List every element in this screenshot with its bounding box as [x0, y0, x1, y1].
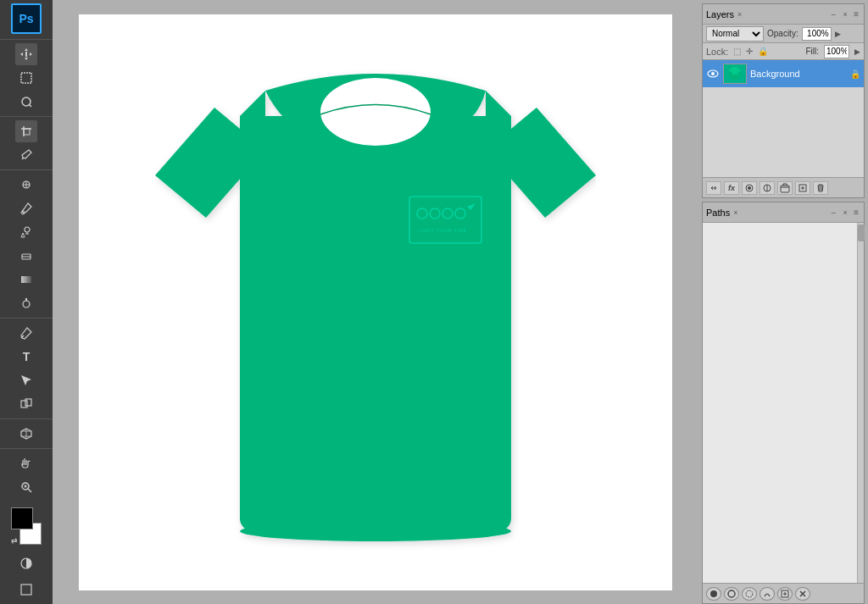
clone-stamp-tool[interactable]: [15, 221, 37, 243]
layer-mask-btn[interactable]: [742, 181, 757, 195]
layer-link-btn[interactable]: [706, 181, 721, 195]
tool-group-3d: [0, 418, 53, 448]
opacity-input[interactable]: [802, 27, 832, 41]
tool-group-healing: [0, 169, 53, 318]
pen-tool[interactable]: [15, 322, 37, 344]
layer-item-background[interactable]: Background 🔒: [703, 60, 864, 87]
paths-scrollbar[interactable]: [857, 223, 864, 583]
opacity-arrow[interactable]: ▶: [835, 30, 841, 38]
layer-fx-btn[interactable]: fx: [724, 181, 739, 195]
3d-tool[interactable]: [15, 423, 37, 445]
brush-tool[interactable]: [15, 197, 37, 219]
layer-delete-btn[interactable]: [813, 181, 828, 195]
text-tool[interactable]: T: [15, 346, 37, 368]
ps-logo: Ps: [11, 3, 42, 34]
tshirt-image: LIGHT YOUR FIRE: [155, 40, 596, 565]
layer-thumbnail-background: [723, 64, 747, 84]
layer-name-background: Background: [750, 69, 847, 79]
layer-adjustment-btn[interactable]: [760, 181, 775, 195]
tool-group-selection: [0, 39, 53, 116]
path-delete-btn[interactable]: [795, 587, 810, 601]
layer-new-btn[interactable]: [795, 181, 810, 195]
svg-rect-47: [781, 186, 789, 192]
fill-input[interactable]: [824, 45, 849, 58]
layers-list: Background 🔒: [703, 60, 864, 177]
svg-rect-18: [21, 401, 27, 407]
lock-pos-icon[interactable]: ✛: [746, 47, 753, 56]
layer-visibility-eye[interactable]: [706, 67, 720, 80]
svg-point-15: [23, 301, 30, 308]
paths-menu-btn[interactable]: ≡: [852, 208, 860, 217]
tool-group-crop: [0, 116, 53, 169]
tool-group-pen: T: [0, 318, 53, 418]
healing-brush-tool[interactable]: [15, 174, 37, 196]
svg-point-51: [710, 590, 717, 597]
lock-pixel-icon[interactable]: ⬚: [733, 47, 741, 56]
eyedropper-tool[interactable]: [15, 144, 37, 166]
swap-colors-icon[interactable]: ⇄: [11, 536, 18, 545]
move-tool[interactable]: [15, 43, 37, 65]
lock-label: Lock:: [706, 47, 728, 57]
quick-mask-btn[interactable]: [15, 552, 37, 574]
layers-minimize-btn[interactable]: –: [828, 9, 838, 19]
path-selection-tool[interactable]: [15, 369, 37, 391]
svg-rect-14: [21, 276, 31, 283]
layer-lock-icon: 🔒: [850, 69, 860, 79]
paths-scrollbar-thumb[interactable]: [858, 224, 865, 241]
path-fill-btn[interactable]: [706, 587, 721, 601]
color-swatches[interactable]: ⇄: [8, 507, 45, 545]
paths-close-btn[interactable]: ×: [840, 208, 850, 218]
layers-title-area: Layers ×: [706, 9, 742, 19]
paths-tab-close[interactable]: ×: [733, 208, 737, 217]
svg-rect-5: [24, 129, 30, 135]
svg-text:LIGHT YOUR FIRE: LIGHT YOUR FIRE: [418, 228, 467, 233]
opacity-label: Opacity:: [767, 29, 798, 38]
canvas-document: LIGHT YOUR FIRE: [79, 14, 672, 590]
svg-point-44: [748, 186, 751, 190]
svg-point-53: [746, 590, 753, 597]
lock-all-icon[interactable]: 🔒: [758, 47, 768, 56]
left-toolbar: Ps: [0, 0, 53, 604]
layers-menu-btn[interactable]: ≡: [852, 9, 860, 19]
svg-line-2: [29, 104, 31, 107]
layers-panel-title: Layers: [706, 9, 734, 19]
path-load-btn[interactable]: [742, 587, 757, 601]
svg-line-6: [22, 158, 24, 159]
lasso-tool[interactable]: [15, 91, 37, 113]
svg-point-33: [240, 521, 511, 541]
svg-rect-0: [21, 73, 31, 83]
layers-panel-controls: – × ≡: [828, 9, 860, 19]
layers-panel-header: Layers × – × ≡: [703, 4, 864, 25]
layers-close-btn[interactable]: ×: [840, 9, 850, 19]
blend-mode-select[interactable]: Normal Multiply Screen: [706, 26, 764, 42]
right-panels: Layers × – × ≡ Normal Multiply Screen Op…: [698, 0, 868, 604]
fill-arrow[interactable]: ▶: [854, 47, 860, 56]
svg-point-52: [728, 590, 735, 597]
layers-tab-close[interactable]: ×: [737, 10, 742, 19]
path-new-btn[interactable]: [777, 587, 793, 601]
hand-tool[interactable]: [15, 452, 37, 474]
svg-line-25: [28, 489, 31, 492]
svg-rect-29: [21, 585, 31, 595]
gradient-tool[interactable]: [15, 269, 37, 291]
path-work-btn[interactable]: [760, 587, 775, 601]
svg-rect-30: [240, 116, 511, 531]
screen-mode-btn[interactable]: [15, 579, 37, 601]
dodge-tool[interactable]: [15, 292, 37, 314]
canvas-area: LIGHT YOUR FIRE: [53, 0, 698, 604]
zoom-tool[interactable]: [15, 476, 37, 498]
paths-title-area: Paths ×: [706, 208, 737, 218]
path-stroke-btn[interactable]: [724, 587, 739, 601]
layer-group-btn[interactable]: [777, 181, 793, 195]
shape-tool[interactable]: [15, 393, 37, 415]
layers-blend-opacity-row: Normal Multiply Screen Opacity: ▶: [703, 25, 864, 43]
svg-point-42: [711, 72, 715, 75]
paths-minimize-btn[interactable]: –: [828, 208, 838, 218]
paths-panel: Paths × – × ≡: [702, 202, 865, 604]
svg-point-34: [320, 78, 431, 146]
foreground-color-swatch[interactable]: [11, 507, 33, 529]
paths-list: [703, 223, 864, 583]
eraser-tool[interactable]: [15, 245, 37, 267]
crop-tool[interactable]: [15, 120, 37, 142]
marquee-tool[interactable]: [15, 67, 37, 89]
